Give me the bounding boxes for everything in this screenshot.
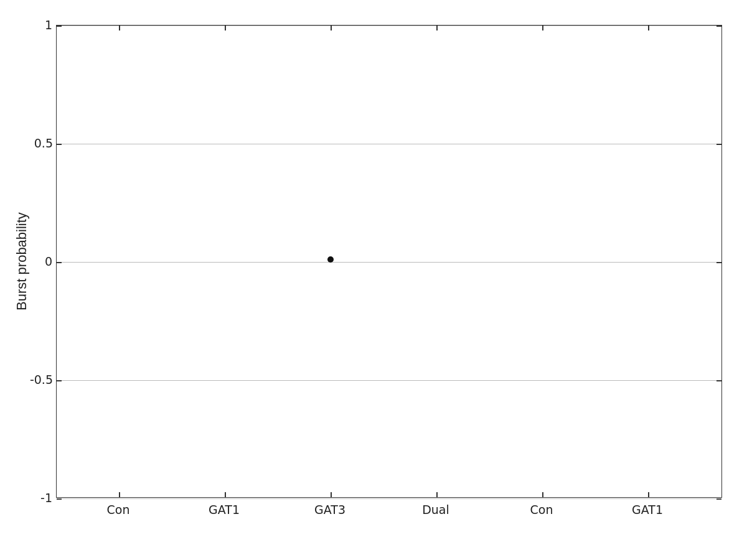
x-tick-top-0 [119, 26, 120, 30]
y-label-05: 0.5 [28, 136, 53, 150]
y-label-1: 1 [39, 18, 52, 32]
x-label-con2: Con [530, 503, 553, 516]
y-tick-0 [57, 262, 62, 263]
x-tick-top-1 [225, 26, 226, 30]
y-tick-right-n1 [716, 498, 721, 500]
y-label-n05: -0.5 [24, 373, 53, 386]
y-tick-right-0 [716, 262, 721, 263]
x-tick-top-4 [542, 26, 543, 30]
y-label-0: 0 [39, 254, 52, 268]
y-tick-1 [57, 26, 62, 27]
x-tick-2 [331, 492, 332, 497]
grid-line-n05 [57, 380, 721, 381]
x-tick-5 [648, 492, 649, 497]
grid-line-0 [57, 262, 721, 263]
x-label-gat1-2: GAT1 [632, 503, 663, 516]
x-label-gat3: GAT3 [314, 503, 345, 516]
grid-line-1 [57, 26, 721, 26]
x-tick-3 [436, 492, 438, 497]
x-tick-0 [119, 492, 120, 497]
y-tick-right-1 [716, 26, 721, 27]
x-tick-top-3 [436, 26, 438, 30]
y-tick-n05 [57, 380, 62, 381]
chart-area [56, 25, 722, 498]
grid-line-n1 [57, 498, 721, 499]
y-tick-right-05 [716, 144, 721, 145]
data-point-gat3 [327, 256, 334, 263]
y-axis-label: Burst probability [14, 212, 30, 310]
x-tick-top-2 [331, 26, 332, 30]
y-tick-n1 [57, 498, 62, 500]
grid-line-05 [57, 144, 721, 144]
x-label-gat1: GAT1 [209, 503, 240, 516]
y-tick-right-n05 [716, 380, 721, 381]
x-label-con1: Con [107, 503, 130, 516]
x-tick-4 [542, 492, 543, 497]
x-tick-1 [225, 492, 226, 497]
y-label-n1: -1 [32, 491, 52, 505]
y-tick-05 [57, 144, 62, 145]
x-tick-top-5 [648, 26, 649, 30]
x-label-dual: Dual [422, 503, 449, 516]
chart-container: Burst probability [0, 0, 747, 560]
